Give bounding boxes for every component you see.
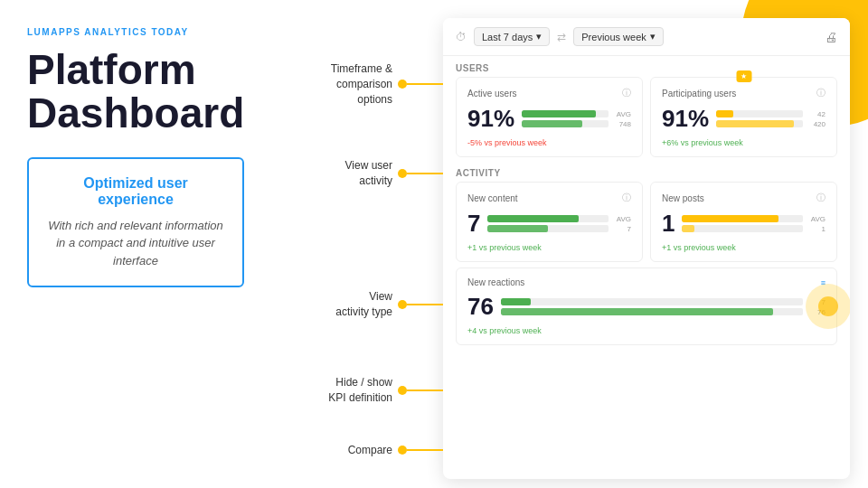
new-posts-value: 1 [662,210,675,238]
new-reactions-bar-bg-1 [501,298,803,305]
active-users-bar-fill-1 [522,110,596,117]
new-reactions-value-row: 76 7 76 [467,293,826,321]
participating-users-bar-fill-1 [716,110,733,117]
active-users-bar-label-2: 748 [611,120,631,128]
active-users-bar-2: 748 [522,120,631,128]
new-posts-bar-bg-2 [682,225,803,232]
participating-users-bar-label-2: 420 [806,120,826,128]
new-content-info-icon[interactable]: ⓘ [622,192,631,204]
new-content-bar-1: AVG [487,215,631,223]
annotation-activity-label: View useractivity [345,158,392,189]
annotation-activity-type-label: Viewactivity type [335,289,392,320]
annotation-compare-label: Compare [348,443,392,458]
highlight-title: Optimized user experience [47,175,224,208]
active-users-value-row: 91% AVG 748 [467,105,631,133]
annotation-activity-type-dot [398,300,407,309]
new-posts-info-icon[interactable]: ⓘ [816,192,826,204]
new-reactions-bar-1: 7 [501,298,826,306]
new-content-bar-bg-1 [487,215,609,222]
new-content-bar-2: 7 [487,225,631,233]
new-posts-bar-bg-1 [682,215,803,222]
clock-icon: ⏱ [456,31,467,43]
participating-users-change: +6% vs previous week [662,138,826,147]
new-content-bars: AVG 7 [487,215,631,233]
active-users-bar-1: AVG [522,110,631,118]
highlight-circle-inner [818,296,838,316]
dashboard-header: ⏱ Last 7 days ▾ ⇄ Previous week ▾ 🖨 [443,18,850,56]
new-reactions-bar-bg-2 [501,308,803,315]
annotation-compare: Compare [348,443,443,458]
new-reactions-label: New reactions ≡ [467,277,826,287]
users-metrics-row: Active users ⓘ 91% AVG [443,77,850,157]
new-content-card: New content ⓘ 7 AVG 7 [456,182,643,262]
new-content-bar-fill-1 [487,215,578,222]
annotation-activity-connector [398,169,443,178]
new-posts-bar-fill-1 [682,215,778,222]
annotation-hide-connector [398,386,443,395]
participating-users-value: 91% [662,105,709,133]
active-users-bar-bg-2 [522,120,609,127]
active-users-bars: AVG 748 [522,110,631,128]
new-content-bar-fill-2 [487,225,548,232]
timeframe-chevron: ▾ [536,31,542,42]
activity-section-title: Activity [443,161,850,182]
annotation-activity-line [407,173,443,174]
active-users-value: 91% [467,105,514,133]
annotation-compare-connector [398,446,443,455]
dashboard-panel: ⏱ Last 7 days ▾ ⇄ Previous week ▾ 🖨 User… [443,18,850,479]
header-controls: ⏱ Last 7 days ▾ ⇄ Previous week ▾ [456,27,664,46]
star-badge: ★ [736,70,751,82]
new-reactions-bar-2: 76 [501,308,826,316]
highlight-circle-outer [806,284,850,329]
title-line2: Dashboard [27,89,244,136]
active-users-change: -5% vs previous week [467,138,631,147]
annotation-activity-dot [398,169,407,178]
reactions-section: New reactions ≡ 76 7 [456,267,837,345]
new-reactions-bar-fill-1 [501,298,531,305]
active-users-bar-label-1: AVG [611,110,631,118]
new-content-change: +1 vs previous week [467,243,631,252]
annotation-timeframe-dot [398,80,407,89]
highlight-description: With rich and relevant information in a … [47,217,224,270]
new-content-label: New content ⓘ [467,192,631,204]
activity-metrics-row: New content ⓘ 7 AVG 7 [443,182,850,262]
annotation-hide-dot [398,386,407,395]
new-reactions-value: 76 [467,293,494,321]
new-content-value-row: 7 AVG 7 [467,210,631,238]
annotation-timeframe-line [407,83,443,85]
annotations-area: Timeframe &comparisonoptions View userac… [271,0,443,488]
active-users-bar-bg-1 [522,110,609,117]
left-panel: LUMAPPS ANALYTICS TODAY Platform Dashboa… [0,0,271,488]
new-content-bar-bg-2 [487,225,609,232]
print-icon[interactable]: 🖨 [825,30,837,44]
annotation-hide-line [407,389,443,391]
new-posts-bar-label-1: AVG [806,215,826,223]
annotation-activity-type: Viewactivity type [335,289,443,320]
brand-label: LUMAPPS ANALYTICS TODAY [27,27,244,37]
compare-button[interactable]: Previous week ▾ [573,27,664,46]
participating-users-bars: 42 420 [716,110,826,128]
participating-users-bar-1: 42 [716,110,826,118]
title-line1: Platform [27,46,196,93]
compare-label: Previous week [581,32,646,42]
highlight-box: Optimized user experience With rich and … [27,157,244,288]
participating-users-card: ★ Participating users ⓘ 91% 42 [650,77,837,157]
participating-users-info-icon[interactable]: ⓘ [816,87,826,99]
timeframe-button[interactable]: Last 7 days ▾ [474,27,550,46]
new-posts-bar-fill-2 [682,225,693,232]
new-posts-card: New posts ⓘ 1 AVG 1 [650,182,837,262]
active-users-card: Active users ⓘ 91% AVG [456,77,643,157]
new-posts-bars: AVG 1 [682,215,826,233]
participating-users-label: Participating users ⓘ [662,87,826,99]
annotation-compare-line [407,449,443,451]
annotation-timeframe-connector [398,80,443,89]
active-users-info-icon[interactable]: ⓘ [622,87,631,99]
new-posts-bar-label-2: 1 [806,225,826,233]
active-users-label: Active users ⓘ [467,87,631,99]
new-reactions-card: New reactions ≡ 76 7 [456,267,837,345]
annotation-hide-label: Hide / showKPI definition [328,375,392,406]
compare-icon: ⇄ [557,31,566,43]
new-reactions-bars: 7 76 [501,298,826,316]
annotation-activity-type-line [407,304,443,305]
annotation-activity: View useractivity [345,158,443,189]
